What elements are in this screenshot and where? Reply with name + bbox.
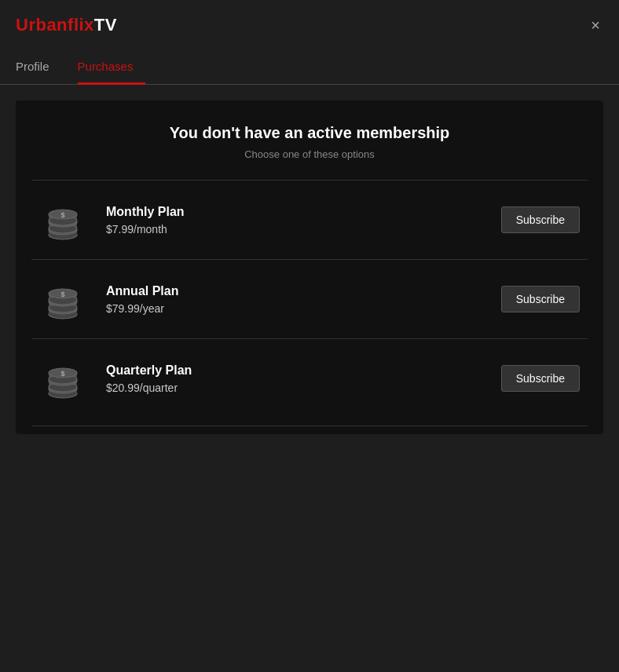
tab-profile[interactable]: Profile bbox=[16, 52, 62, 85]
modal-container: UrbanflixTV × Profile Purchases You don'… bbox=[0, 0, 619, 672]
subscribe-button-quarterly[interactable]: Subscribe bbox=[501, 365, 580, 392]
membership-box: You don't have an active membership Choo… bbox=[16, 100, 603, 434]
plan-row-annual: $ Annual Plan $79.99/year Subscribe bbox=[31, 259, 588, 338]
plan-price-monthly: $7.99/month bbox=[106, 223, 501, 236]
plan-info-monthly: Monthly Plan $7.99/month bbox=[106, 205, 501, 236]
plan-price-quarterly: $20.99/quarter bbox=[106, 382, 501, 394]
nav-tabs: Profile Purchases bbox=[0, 52, 619, 85]
plan-info-annual: Annual Plan $79.99/year bbox=[106, 284, 501, 315]
plan-row-monthly: $ Monthly Plan $7.99/month Subscribe bbox=[31, 180, 588, 259]
subscribe-button-annual[interactable]: Subscribe bbox=[501, 286, 580, 312]
app-logo: UrbanflixTV bbox=[16, 15, 117, 35]
logo-tv: TV bbox=[94, 15, 117, 35]
coin-stack-icon-monthly: $ bbox=[39, 196, 86, 243]
logo-urban: Urbanflix bbox=[16, 15, 94, 35]
coin-stack-icon-annual: $ bbox=[39, 276, 86, 323]
plan-name-annual: Annual Plan bbox=[106, 284, 501, 298]
membership-title: You don't have an active membership bbox=[31, 124, 588, 142]
plan-info-quarterly: Quarterly Plan $20.99/quarter bbox=[106, 363, 501, 394]
svg-text:$: $ bbox=[60, 211, 64, 219]
plan-price-annual: $79.99/year bbox=[106, 302, 501, 315]
modal-header: UrbanflixTV × bbox=[0, 0, 619, 44]
plan-name-monthly: Monthly Plan bbox=[106, 205, 501, 219]
membership-subtitle: Choose one of these options bbox=[31, 148, 588, 160]
plan-row-quarterly: $ Quarterly Plan $20.99/quarter Subscrib… bbox=[31, 338, 588, 418]
tab-purchases[interactable]: Purchases bbox=[78, 52, 146, 85]
content-area: You don't have an active membership Choo… bbox=[0, 85, 619, 450]
svg-text:$: $ bbox=[60, 370, 64, 378]
bottom-divider bbox=[31, 425, 588, 426]
coin-stack-icon-quarterly: $ bbox=[39, 355, 86, 402]
close-button[interactable]: × bbox=[588, 14, 603, 36]
svg-text:$: $ bbox=[60, 290, 64, 298]
subscribe-button-monthly[interactable]: Subscribe bbox=[501, 206, 580, 233]
plan-name-quarterly: Quarterly Plan bbox=[106, 363, 501, 378]
